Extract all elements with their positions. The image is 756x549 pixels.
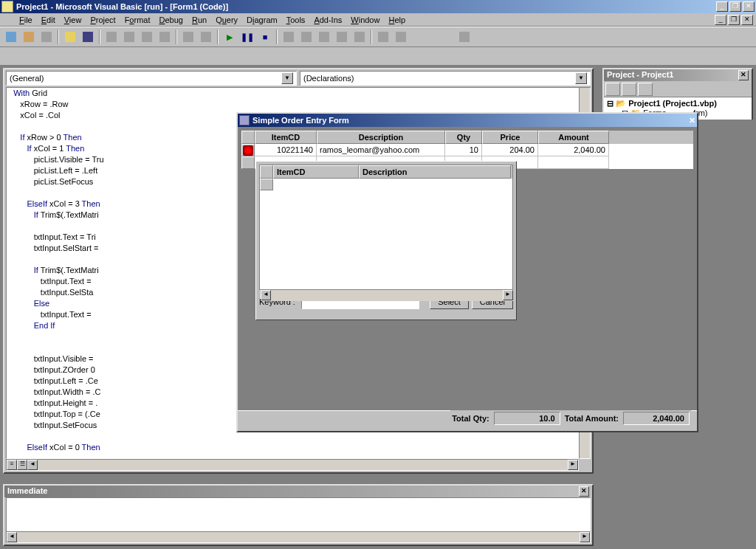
order-entry-form: Simple Order Entry Form ✕ ItemCD Descrip… — [236, 112, 698, 432]
object-browser-button[interactable] — [334, 29, 350, 45]
cell-itemcd[interactable]: 10221140 — [255, 144, 317, 156]
immediate-window: Immediate ✕ ◄ ► — [3, 484, 594, 546]
menu-format[interactable]: Format — [120, 15, 155, 25]
total-amount-value: 2,040.00 — [623, 412, 690, 425]
chevron-down-icon[interactable]: ▼ — [575, 72, 587, 84]
immediate-title-text: Immediate — [7, 486, 47, 497]
scroll-left-button[interactable]: ◄ — [27, 460, 38, 470]
scroll-left-button[interactable]: ◄ — [261, 290, 271, 300]
view-code-button[interactable] — [605, 83, 620, 96]
col-description[interactable]: Description — [317, 131, 445, 144]
lookup-body[interactable] — [260, 179, 512, 289]
menu-debug[interactable]: Debug — [154, 15, 187, 25]
minimize-button[interactable]: _ — [716, 1, 728, 12]
cell-qty[interactable]: 10 — [445, 144, 482, 156]
form-layout-button[interactable] — [316, 29, 332, 45]
menu-editor-button[interactable] — [38, 29, 55, 45]
order-form-status: Total Qty: 10.0 Total Amount: 2,040.00 — [238, 410, 697, 431]
menu-addins[interactable]: Add-Ins — [309, 15, 346, 25]
toolbox-button[interactable] — [351, 29, 368, 45]
lookup-col-description[interactable]: Description — [359, 165, 511, 179]
cell-description[interactable]: ramos_leomar@yahoo.com — [317, 144, 445, 156]
lookup-col-itemcd[interactable]: ItemCD — [273, 165, 359, 179]
view-object-button[interactable] — [622, 83, 636, 96]
immediate-scrollbar[interactable]: ◄ ► — [6, 531, 591, 543]
undo-button[interactable] — [180, 29, 196, 45]
project-panel-title: Project - Project1 ✕ — [604, 69, 752, 81]
h-scrollbar[interactable]: ≡ ☰ ◄ ► — [6, 459, 579, 471]
start-button[interactable]: ▶ — [221, 29, 238, 45]
end-button[interactable]: ■ — [257, 29, 273, 45]
col-qty[interactable]: Qty — [445, 131, 482, 144]
menu-diagram[interactable]: Diagram — [242, 15, 282, 25]
scroll-right-button[interactable]: ► — [580, 532, 590, 542]
grid-row[interactable]: 10221140 ramos_leomar@yahoo.com 10 204.0… — [241, 144, 693, 156]
chevron-down-icon[interactable]: ▼ — [281, 72, 293, 84]
app-title: Project1 - Microsoft Visual Basic [run] … — [16, 2, 716, 11]
row-delete-icon[interactable] — [241, 144, 255, 156]
open-button[interactable] — [62, 29, 78, 45]
project-explorer-button[interactable] — [281, 29, 297, 45]
menu-help[interactable]: Help — [384, 15, 410, 25]
cut-button[interactable] — [103, 29, 120, 45]
grid-corner — [241, 131, 255, 144]
close-button[interactable]: ✕ — [743, 1, 755, 12]
immediate-input[interactable] — [6, 497, 591, 533]
maximize-button[interactable]: ❐ — [729, 1, 741, 12]
total-qty-value: 10.0 — [494, 412, 560, 425]
col-itemcd[interactable]: ItemCD — [255, 131, 317, 144]
paste-button[interactable] — [139, 29, 155, 45]
scroll-right-button[interactable]: ► — [568, 460, 578, 470]
menu-tools[interactable]: Tools — [282, 15, 310, 25]
cell-price[interactable]: 204.00 — [482, 144, 538, 156]
menu-run[interactable]: Run — [188, 15, 211, 25]
align-button[interactable] — [456, 29, 472, 45]
panel-close-button[interactable]: ✕ — [738, 70, 749, 80]
menu-project[interactable]: Project — [86, 15, 120, 25]
scroll-right-button[interactable]: ► — [503, 290, 513, 300]
break-button[interactable]: ❚❚ — [239, 29, 255, 45]
mdi-minimize-button[interactable]: _ — [715, 15, 726, 25]
app-icon — [1, 1, 13, 13]
add-project-button[interactable] — [3, 29, 19, 45]
object-combo[interactable]: (General) ▼ — [6, 71, 297, 86]
form-icon — [239, 115, 250, 125]
procedure-combo[interactable]: (Declarations) ▼ — [300, 71, 591, 86]
code-line: With Grid — [7, 88, 590, 99]
total-amount-label: Total Amount: — [565, 414, 619, 423]
toggle-folders-button[interactable] — [638, 83, 653, 96]
menu-bar: File Edit View Project Format Debug Run … — [0, 13, 756, 27]
add-item-button[interactable] — [21, 29, 37, 45]
standard-toolbar: ▶ ❚❚ ■ — [0, 27, 756, 47]
delete-icon — [243, 145, 253, 156]
menu-file[interactable]: File — [15, 15, 37, 25]
order-form-close-button[interactable]: ✕ — [689, 116, 695, 125]
menu-edit[interactable]: Edit — [37, 15, 60, 25]
properties-button[interactable] — [298, 29, 315, 45]
full-view-icon[interactable]: ☰ — [17, 460, 27, 470]
menu-window[interactable]: Window — [346, 15, 384, 25]
copy-button[interactable] — [121, 29, 137, 45]
save-button[interactable] — [80, 29, 96, 45]
mdi-area: (General) ▼ (Declarations) ▼ With Grid x… — [0, 65, 756, 549]
redo-button[interactable] — [198, 29, 214, 45]
menu-view[interactable]: View — [60, 15, 86, 25]
procedure-combo-value: (Declarations) — [303, 74, 354, 83]
mdi-close-button[interactable]: ✕ — [741, 15, 753, 25]
project-root: Project1 (Project1.vbp) — [628, 99, 717, 108]
lookup-scrollbar[interactable]: ◄ ► — [261, 289, 513, 301]
dataview-button[interactable] — [375, 29, 391, 45]
find-button[interactable] — [157, 29, 173, 45]
component-button[interactable] — [393, 29, 409, 45]
mdi-restore-button[interactable]: ❐ — [728, 15, 740, 25]
menu-query[interactable]: Query — [211, 15, 242, 25]
col-price[interactable]: Price — [482, 131, 538, 144]
order-form-title: Simple Order Entry Form — [252, 116, 349, 125]
col-amount[interactable]: Amount — [538, 131, 609, 144]
scroll-left-button[interactable]: ◄ — [7, 532, 17, 542]
lookup-grid[interactable]: ItemCD Description ◄ ► — [259, 165, 513, 290]
project-panel-title-text: Project - Project1 — [607, 70, 673, 80]
cell-amount[interactable]: 2,040.00 — [538, 144, 609, 156]
immediate-close-button[interactable]: ✕ — [579, 486, 589, 497]
proc-view-icon[interactable]: ≡ — [7, 460, 17, 470]
